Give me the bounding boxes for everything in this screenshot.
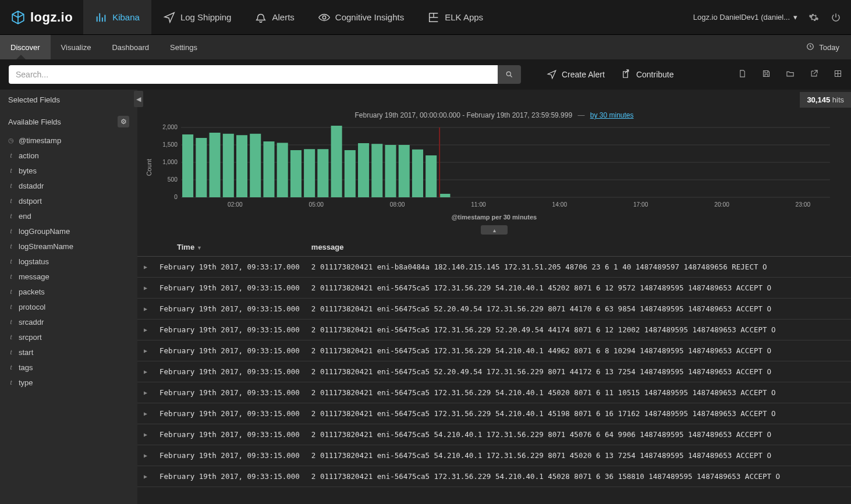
hits-count: 30,145 hits xyxy=(800,92,851,108)
histogram-chart[interactable]: Count 05001,0001,5002,00002:0005:0008:00… xyxy=(137,124,851,211)
table-row[interactable]: ▶February 19th 2017, 09:33:15.0002 01117… xyxy=(137,424,851,445)
field-logGroupName[interactable]: tlogGroupName xyxy=(8,223,129,239)
text-type-icon: t xyxy=(8,166,14,175)
field-protocol[interactable]: tprotocol xyxy=(8,299,129,314)
field-logstatus[interactable]: tlogstatus xyxy=(8,254,129,269)
svg-text:23:00: 23:00 xyxy=(796,201,811,208)
svg-text:05:00: 05:00 xyxy=(309,201,324,208)
svg-rect-18 xyxy=(250,134,261,197)
svg-text:08:00: 08:00 xyxy=(390,201,405,208)
field-srcport[interactable]: tsrcport xyxy=(8,329,129,345)
table-row[interactable]: ▶February 19th 2017, 09:33:15.0002 01117… xyxy=(137,320,851,340)
new-doc-icon[interactable] xyxy=(738,69,747,80)
time-picker[interactable]: Today xyxy=(819,43,839,52)
save-icon[interactable] xyxy=(762,69,771,80)
share-icon xyxy=(621,69,632,80)
selected-fields-header: Selected Fields xyxy=(0,90,137,110)
cell-time: February 19th 2017, 09:33:17.000 xyxy=(154,257,306,278)
account-dropdown[interactable]: Logz.io DanielDev1 (daniel... ▾ xyxy=(693,13,797,22)
expand-row-icon[interactable]: ▶ xyxy=(137,403,154,424)
top-nav: logz.io KibanaLog ShippingAlertsCognitiv… xyxy=(0,0,851,35)
nav-cognitive-insights[interactable]: Cognitive Insights xyxy=(306,0,416,34)
svg-rect-19 xyxy=(263,141,274,197)
sidebar-collapse-toggle[interactable]: ◀ xyxy=(134,91,143,107)
svg-rect-22 xyxy=(304,149,315,197)
chart-collapse-toggle[interactable]: ▴ xyxy=(481,225,508,235)
nav-alerts[interactable]: Alerts xyxy=(243,0,306,34)
table-row[interactable]: ▶February 19th 2017, 09:33:17.0002 01117… xyxy=(137,257,851,278)
expand-row-icon[interactable]: ▶ xyxy=(137,424,154,445)
text-type-icon: t xyxy=(8,242,14,251)
expand-row-icon[interactable]: ▶ xyxy=(137,466,154,487)
settings-gear-icon[interactable] xyxy=(808,12,820,23)
expand-row-icon[interactable]: ▶ xyxy=(137,257,154,278)
field-logStreamName[interactable]: tlogStreamName xyxy=(8,239,129,254)
field-@timestamp[interactable]: ◷@timestamp xyxy=(8,133,129,148)
nav-kibana[interactable]: Kibana xyxy=(83,0,151,34)
svg-rect-15 xyxy=(210,133,221,197)
paper-plane-icon xyxy=(547,69,557,80)
expand-row-icon[interactable]: ▶ xyxy=(137,361,154,382)
cell-message: 2 011173820421 eni-56475ca5 172.31.56.22… xyxy=(306,466,851,487)
create-alert-button[interactable]: Create Alert xyxy=(538,69,613,80)
account-label: Logz.io DanielDev1 (daniel... xyxy=(693,13,790,22)
expand-row-icon[interactable]: ▶ xyxy=(137,382,154,403)
nav-log-shipping[interactable]: Log Shipping xyxy=(151,0,243,34)
logo-cube-icon xyxy=(10,10,26,25)
expand-row-icon[interactable]: ▶ xyxy=(137,320,154,340)
interval-link[interactable]: by 30 minutes xyxy=(590,111,634,119)
svg-text:20:00: 20:00 xyxy=(714,201,729,208)
cell-time: February 19th 2017, 09:33:15.000 xyxy=(154,382,306,403)
available-fields-header: Available Fields ⚙ xyxy=(0,110,137,133)
search-input[interactable] xyxy=(9,65,498,84)
expand-row-icon[interactable]: ▶ xyxy=(137,299,154,320)
field-type[interactable]: ttype xyxy=(8,375,129,390)
table-row[interactable]: ▶February 19th 2017, 09:33:15.0002 01117… xyxy=(137,445,851,466)
field-end[interactable]: tend xyxy=(8,208,129,223)
field-srcaddr[interactable]: tsrcaddr xyxy=(8,314,129,329)
table-row[interactable]: ▶February 19th 2017, 09:33:15.0002 01117… xyxy=(137,299,851,320)
field-tags[interactable]: ttags xyxy=(8,360,129,375)
search-button[interactable] xyxy=(498,65,521,84)
field-packets[interactable]: tpackets xyxy=(8,284,129,299)
open-folder-icon[interactable] xyxy=(786,69,795,80)
table-row[interactable]: ▶February 19th 2017, 09:33:15.0002 01117… xyxy=(137,382,851,403)
field-dstaddr[interactable]: tdstaddr xyxy=(8,178,129,193)
field-message[interactable]: tmessage xyxy=(8,269,129,284)
tab-settings[interactable]: Settings xyxy=(159,35,208,59)
external-link-icon[interactable] xyxy=(810,69,818,80)
logout-icon[interactable] xyxy=(830,12,842,23)
svg-rect-24 xyxy=(331,126,342,197)
expand-row-icon[interactable]: ▶ xyxy=(137,278,154,299)
field-start[interactable]: tstart xyxy=(8,345,129,360)
text-type-icon: t xyxy=(8,332,14,342)
fields-settings-gear-icon[interactable]: ⚙ xyxy=(118,116,129,127)
table-row[interactable]: ▶February 19th 2017, 09:33:15.0002 01117… xyxy=(137,361,851,382)
nav-elk-apps[interactable]: ELK Apps xyxy=(416,0,495,34)
cell-message: 2 011173820421 eni-56475ca5 172.31.56.22… xyxy=(306,278,851,299)
field-bytes[interactable]: tbytes xyxy=(8,163,129,178)
tab-dashboard[interactable]: Dashboard xyxy=(101,35,159,59)
table-row[interactable]: ▶February 19th 2017, 09:33:15.0002 01117… xyxy=(137,340,851,361)
logo[interactable]: logz.io xyxy=(0,0,83,34)
table-row[interactable]: ▶February 19th 2017, 09:33:15.0002 01117… xyxy=(137,403,851,424)
field-action[interactable]: taction xyxy=(8,148,129,163)
field-dstport[interactable]: tdstport xyxy=(8,193,129,208)
expand-row-icon[interactable]: ▶ xyxy=(137,445,154,466)
cell-message: 2 011173820421 eni-56475ca5 52.20.49.54 … xyxy=(306,299,851,320)
column-time[interactable]: Time▼ xyxy=(154,238,306,257)
grid-icon[interactable] xyxy=(834,69,842,80)
text-type-icon: t xyxy=(8,317,14,326)
text-type-icon: t xyxy=(8,181,14,190)
expand-row-icon[interactable]: ▶ xyxy=(137,340,154,361)
column-message[interactable]: message xyxy=(306,238,851,257)
svg-rect-32 xyxy=(439,194,450,197)
svg-rect-17 xyxy=(236,135,247,197)
contribute-button[interactable]: Contribute xyxy=(613,69,682,80)
contribute-label: Contribute xyxy=(636,70,674,79)
svg-text:2,000: 2,000 xyxy=(162,124,178,130)
table-row[interactable]: ▶February 19th 2017, 09:33:15.0002 01117… xyxy=(137,466,851,487)
cell-message: 2 011173820421 eni-56475ca5 172.31.56.22… xyxy=(306,382,851,403)
table-row[interactable]: ▶February 19th 2017, 09:33:15.0002 01117… xyxy=(137,278,851,299)
tab-visualize[interactable]: Visualize xyxy=(51,35,102,59)
